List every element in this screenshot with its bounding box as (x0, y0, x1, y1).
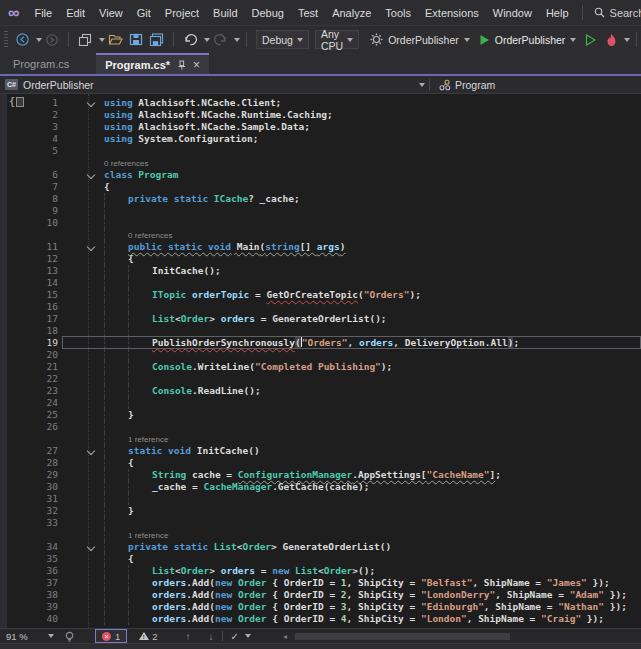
start-debugging-button[interactable]: OrderPublisher (495, 34, 566, 46)
new-project-dropdown-icon[interactable] (99, 38, 105, 42)
start-debugging-dropdown-icon[interactable] (570, 38, 576, 42)
menu-file[interactable]: File (27, 3, 59, 23)
next-issue-button[interactable]: ↓ (209, 631, 214, 642)
code-line[interactable]: 20 (0, 349, 641, 361)
undo-button[interactable] (181, 31, 200, 48)
horizontal-scrollbar-thumb[interactable] (295, 633, 510, 640)
code-line[interactable]: 34private static List<Order> GenerateOrd… (0, 541, 641, 553)
error-count-button[interactable]: × 1 (95, 629, 127, 643)
start-without-debugging-button[interactable] (583, 32, 598, 48)
code-line[interactable]: 9 (0, 205, 641, 217)
code-line[interactable]: 19PublishOrderSynchronously("Orders", or… (0, 337, 641, 349)
warning-count-button[interactable]: ! 2 (139, 631, 157, 642)
code-line[interactable]: 18 (0, 325, 641, 337)
navigate-back-dropdown-icon[interactable] (36, 38, 42, 42)
code-line[interactable]: 7{ (0, 181, 641, 193)
code-line[interactable]: 21Console.WriteLine("Completed Publishin… (0, 361, 641, 373)
codelens-references[interactable]: 0 references (104, 159, 148, 168)
save-button[interactable] (127, 31, 145, 48)
code-line[interactable]: 32} (0, 505, 641, 517)
code-line[interactable]: 22 (0, 373, 641, 385)
close-icon[interactable]: × (193, 59, 200, 71)
solution-configuration-combo[interactable]: Debug (256, 30, 309, 49)
navigate-forward-button[interactable] (43, 31, 61, 49)
code-line[interactable]: 8private static ICache? _cache; (0, 193, 641, 205)
search-box[interactable]: Search (576, 5, 641, 20)
redo-dropdown-icon[interactable] (234, 38, 240, 42)
code-line[interactable]: 37orders.Add(new Order { OrderID = 1, Sh… (0, 577, 641, 589)
code-line[interactable]: 31 (0, 493, 641, 505)
chevron-down-icon[interactable] (87, 243, 95, 251)
code-line[interactable]: 26 (0, 421, 641, 433)
message-filter-button[interactable]: ✓ (231, 631, 251, 642)
code-line[interactable]: 30_cache = CacheManager.GetCache(cache); (0, 481, 641, 493)
code-line[interactable]: 36List<Order> orders = new List<Order>()… (0, 565, 641, 577)
menu-edit[interactable]: Edit (59, 3, 92, 23)
previous-issue-button[interactable]: ↑ (186, 631, 191, 642)
code-line[interactable]: 28{ (0, 457, 641, 469)
code-line[interactable]: 27static void InitCache() (0, 445, 641, 457)
hscroll-left-arrow[interactable]: ◂ (283, 632, 287, 641)
toolbar-grip[interactable] (4, 31, 8, 49)
code-line[interactable]: 17List<Order> orders = GenerateOrderList… (0, 313, 641, 325)
project-dropdown[interactable]: C# OrderPublisher (0, 79, 425, 91)
code-line[interactable]: 6class Program (0, 169, 641, 181)
menu-help[interactable]: Help (539, 3, 576, 23)
code-line[interactable]: 35{ (0, 553, 641, 565)
redo-button[interactable] (211, 31, 230, 48)
code-area[interactable]: 1using Alachisoft.NCache.Client;2using A… (0, 94, 641, 628)
hot-reload-button[interactable] (603, 31, 620, 49)
codelens-references[interactable]: 1 reference (128, 531, 168, 540)
tab-program-cs[interactable]: Program.cs (4, 53, 78, 74)
chevron-down-icon[interactable] (87, 171, 95, 179)
startup-project-selector[interactable]: OrderPublisher (388, 34, 459, 46)
chevron-down-icon[interactable] (87, 543, 95, 551)
code-line[interactable]: 12{ (0, 253, 641, 265)
code-line[interactable]: 3using Alachisoft.NCache.Sample.Data; (0, 121, 641, 133)
codelens-references[interactable]: 1 reference (128, 435, 168, 444)
codelens-row[interactable]: 0 references (0, 157, 641, 169)
open-file-button[interactable] (106, 31, 125, 48)
new-project-button[interactable] (76, 31, 95, 49)
undo-dropdown-icon[interactable] (204, 38, 210, 42)
code-line[interactable]: 33 (0, 517, 641, 529)
code-line[interactable]: 15ITopic orderTopic = GetOrCreateTopic("… (0, 289, 641, 301)
menu-debug[interactable]: Debug (245, 3, 291, 23)
save-all-button[interactable] (147, 31, 166, 49)
menu-project[interactable]: Project (158, 3, 206, 23)
health-indicator-icon[interactable] (64, 631, 75, 642)
zoom-level-combo[interactable]: 91 % (0, 631, 58, 642)
code-line[interactable]: 13InitCache(); (0, 265, 641, 277)
code-line[interactable]: 24 (0, 397, 641, 409)
code-line[interactable]: 5 (0, 145, 641, 157)
codelens-row[interactable]: 0 references (0, 229, 641, 241)
code-line[interactable]: 25} (0, 409, 641, 421)
menu-build[interactable]: Build (206, 3, 244, 23)
code-line[interactable]: 38orders.Add(new Order { OrderID = 2, Sh… (0, 589, 641, 601)
code-line[interactable]: 14 (0, 277, 641, 289)
code-line[interactable]: 1using Alachisoft.NCache.Client; (0, 97, 641, 109)
codelens-references[interactable]: 0 references (128, 231, 172, 240)
chevron-down-icon[interactable] (87, 99, 95, 107)
solution-platform-combo[interactable]: Any CPU (315, 30, 359, 49)
code-line[interactable]: 23Console.ReadLine(); (0, 385, 641, 397)
menu-window[interactable]: Window (486, 3, 539, 23)
code-editor[interactable]: 1using Alachisoft.NCache.Client;2using A… (0, 94, 641, 628)
code-line[interactable]: 39orders.Add(new Order { OrderID = 3, Sh… (0, 601, 641, 613)
hot-reload-dropdown-icon[interactable] (624, 38, 630, 42)
code-line[interactable]: 2using Alachisoft.NCache.Runtime.Caching… (0, 109, 641, 121)
code-line[interactable]: 40orders.Add(new Order { OrderID = 4, Sh… (0, 613, 641, 625)
code-line[interactable]: 29String cache = ConfigurationManager.Ap… (0, 469, 641, 481)
menu-test[interactable]: Test (291, 3, 325, 23)
code-line[interactable]: 10 (0, 217, 641, 229)
tab-program-cs-active[interactable]: Program.cs* × (96, 53, 209, 74)
code-line[interactable]: 16 (0, 301, 641, 313)
navigate-back-button[interactable] (13, 30, 32, 49)
startup-project-dropdown-icon[interactable] (464, 38, 470, 42)
pin-icon[interactable] (177, 60, 186, 70)
menu-extensions[interactable]: Extensions (418, 3, 486, 23)
menu-git[interactable]: Git (130, 3, 158, 23)
codelens-row[interactable]: 1 reference (0, 433, 641, 445)
menu-view[interactable]: View (92, 3, 130, 23)
type-dropdown[interactable]: Program (434, 79, 495, 91)
